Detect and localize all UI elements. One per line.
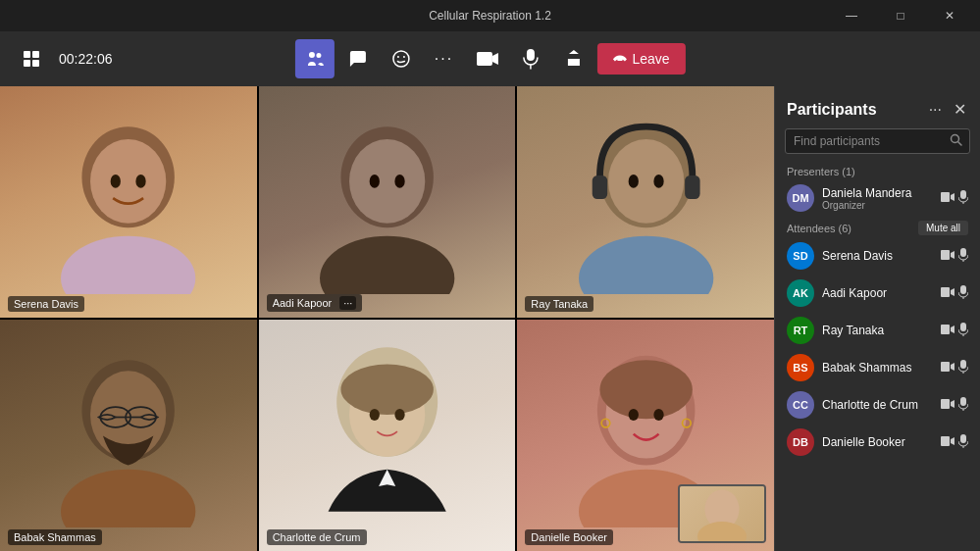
emoji-icon xyxy=(390,49,410,69)
panel-title: Participants xyxy=(787,101,877,119)
avatar-charlotte-p: CC xyxy=(787,391,814,419)
grid-view-button[interactable] xyxy=(12,39,51,78)
participant-icons-babak xyxy=(941,360,968,376)
camera-icon-daniela xyxy=(941,191,954,206)
svg-rect-2 xyxy=(24,60,30,67)
participant-icons-ray xyxy=(941,323,968,339)
search-box xyxy=(785,128,970,154)
participant-info-serena: Serena Davis xyxy=(822,249,941,263)
svg-point-10 xyxy=(61,235,195,294)
svg-point-4 xyxy=(392,51,408,67)
participant-row-ray[interactable]: RT Ray Tanaka xyxy=(779,312,976,349)
avatar-ray-p: RT xyxy=(787,317,814,344)
video-cell-babak-shammas: Babak Shammas xyxy=(0,320,257,551)
avatar-aadi-p: AK xyxy=(787,279,814,307)
svg-point-11 xyxy=(90,139,166,224)
leave-button[interactable]: Leave xyxy=(596,43,685,75)
svg-point-26 xyxy=(608,139,684,224)
camera-icon-serena xyxy=(941,249,954,264)
panel-more-button[interactable]: ··· xyxy=(927,99,944,121)
avatar-aadi xyxy=(284,110,490,295)
share-button[interactable] xyxy=(553,39,593,78)
participant-row-serena[interactable]: SD Serena Davis xyxy=(779,237,976,275)
camera-button[interactable] xyxy=(467,39,506,78)
camera-icon-charlotte xyxy=(941,398,954,413)
more-dots-badge[interactable]: ··· xyxy=(339,296,356,310)
name-label-ray: Ray Tanaka xyxy=(525,296,593,312)
svg-rect-58 xyxy=(941,287,950,297)
participant-name-aadi: Aadi Kapoor xyxy=(822,286,941,300)
participant-role-daniela: Organizer xyxy=(822,200,941,211)
people-icon xyxy=(304,49,324,69)
svg-rect-24 xyxy=(592,175,606,199)
self-avatar xyxy=(697,487,747,541)
video-feed-charlotte xyxy=(259,320,516,551)
svg-point-23 xyxy=(579,235,713,294)
more-options-button[interactable]: ··· xyxy=(424,39,463,78)
participant-name-danielle: Danielle Booker xyxy=(822,435,941,449)
svg-rect-59 xyxy=(960,285,966,294)
participants-button[interactable] xyxy=(294,39,334,78)
mic-icon-serena xyxy=(958,248,968,265)
svg-rect-53 xyxy=(960,190,966,199)
participant-info-daniela: Daniela Mandera Organizer xyxy=(822,186,941,211)
svg-rect-52 xyxy=(941,192,950,202)
participant-row-danielle[interactable]: DB Danielle Booker xyxy=(779,424,976,461)
participant-icons-serena xyxy=(941,248,968,265)
participant-row-babak[interactable]: BS Babak Shammas xyxy=(779,349,976,386)
presenters-section-label: Presenters (1) xyxy=(779,162,976,179)
participant-row-charlotte[interactable]: CC Charlotte de Crum xyxy=(779,386,976,424)
call-timer: 00:22:06 xyxy=(59,51,113,67)
participant-info-aadi: Aadi Kapoor xyxy=(822,286,941,300)
participants-panel: Participants ··· ✕ Presenters (1) xyxy=(774,86,980,551)
svg-point-27 xyxy=(628,175,638,188)
search-input[interactable] xyxy=(785,128,970,154)
participant-info-babak: Babak Shammas xyxy=(822,361,941,375)
participants-list: Presenters (1) DM Daniela Mandera Organi… xyxy=(775,162,980,551)
svg-point-44 xyxy=(628,409,638,421)
main-content: Serena Davis Aadi Kapoor ··· xyxy=(0,86,980,551)
name-label-babak: Babak Shammas xyxy=(8,529,102,545)
maximize-button[interactable]: □ xyxy=(878,0,923,31)
chat-icon xyxy=(347,49,367,69)
share-icon xyxy=(563,49,583,69)
participant-icons-danielle xyxy=(941,434,968,451)
close-button[interactable]: ✕ xyxy=(927,0,972,31)
svg-rect-68 xyxy=(960,397,966,406)
participant-info-danielle: Danielle Booker xyxy=(822,435,941,449)
video-cell-danielle-booker: Danielle Booker xyxy=(517,320,774,551)
participant-name-babak: Babak Shammas xyxy=(822,361,941,375)
panel-close-button[interactable]: ✕ xyxy=(952,98,968,121)
participant-name-ray: Ray Tanaka xyxy=(822,324,941,337)
svg-rect-62 xyxy=(960,323,966,331)
svg-line-51 xyxy=(958,142,962,146)
participant-icons-daniela xyxy=(941,190,968,207)
avatar-charlotte xyxy=(284,343,490,528)
video-grid: Serena Davis Aadi Kapoor ··· xyxy=(0,86,774,551)
camera-icon-babak xyxy=(941,361,954,376)
mic-icon-charlotte xyxy=(958,397,968,414)
mic-button[interactable] xyxy=(510,39,549,78)
chat-button[interactable] xyxy=(337,39,377,78)
participant-row-aadi[interactable]: AK Aadi Kapoor xyxy=(779,275,976,312)
svg-rect-25 xyxy=(685,175,699,199)
mute-all-button[interactable]: Mute all xyxy=(918,221,968,235)
participant-row-daniela[interactable]: DM Daniela Mandera Organizer xyxy=(779,179,976,217)
minimize-button[interactable]: — xyxy=(829,0,874,31)
svg-point-49 xyxy=(697,522,747,541)
mic-icon-aadi xyxy=(958,285,968,302)
mic-icon-daniela xyxy=(958,190,968,207)
video-cell-aadi-kapoor: Aadi Kapoor ··· Mute xyxy=(259,86,516,318)
reactions-button[interactable] xyxy=(381,39,420,78)
attendees-section-label: Attendees (6) Mute all xyxy=(779,217,976,237)
participant-name-charlotte: Charlotte de Crum xyxy=(822,398,941,412)
grid-icon xyxy=(23,50,40,68)
svg-point-43 xyxy=(599,360,692,419)
svg-rect-55 xyxy=(941,250,950,260)
ellipsis-icon: ··· xyxy=(435,50,453,68)
svg-rect-56 xyxy=(960,248,966,257)
svg-rect-1 xyxy=(32,51,39,58)
phone-leave-icon xyxy=(612,52,626,66)
participant-icons-charlotte xyxy=(941,397,968,414)
panel-header-icons: ··· ✕ xyxy=(927,98,968,121)
